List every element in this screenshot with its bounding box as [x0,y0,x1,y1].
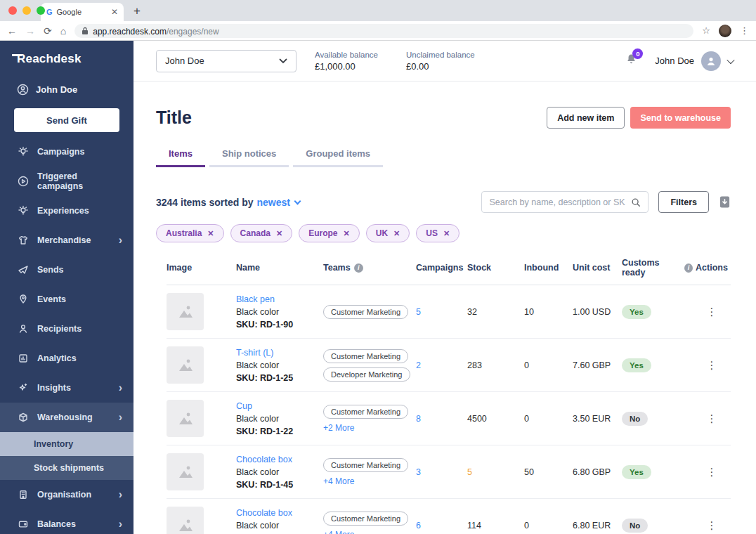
col-teams: Teamsi [323,263,416,273]
chip-remove-icon[interactable]: ✕ [393,229,400,238]
chip-remove-icon[interactable]: ✕ [443,229,450,238]
unit-cost-value: 6.80 EUR [573,521,622,530]
browser-tabstrip: G Google ✕ + [0,0,756,21]
browser-profile-avatar[interactable] [719,25,731,37]
export-download-icon[interactable] [719,195,731,209]
item-image-placeholder [167,346,204,384]
image-icon [176,464,195,480]
app-header: John Doe Available balance £1,000.00 Unc… [133,41,756,82]
user-avatar[interactable] [701,51,721,71]
notifications-count-badge: 0 [632,48,643,59]
send-gift-button[interactable]: Send Gift [14,108,119,132]
sidebar-item-experiences[interactable]: Experiences [0,196,133,226]
chip-uk[interactable]: UK✕ [366,224,410,242]
campaigns-count-link[interactable]: 5 [416,307,467,317]
sidebar-nav: Campaigns Triggered campaigns Experience… [0,137,133,534]
bar-chart-icon [17,353,29,364]
filters-button[interactable]: Filters [658,191,709,213]
campaigns-icon [17,146,29,157]
item-description: Black color [236,307,323,317]
notifications-bell-icon[interactable]: 0 [625,53,638,70]
tab-close-icon[interactable]: ✕ [111,7,118,17]
header-user-name: John Doe [655,56,694,66]
add-new-item-button[interactable]: Add new item [547,107,625,129]
account-select[interactable]: John Doe [156,50,296,72]
team-badge: Customer Marketing [323,405,408,419]
experiences-icon [17,205,29,216]
sidebar-item-analytics[interactable]: Analytics [0,344,133,373]
search-input[interactable] [489,197,625,207]
item-name-link[interactable]: Cup [236,401,323,411]
chip-remove-icon[interactable]: ✕ [344,229,350,238]
item-name-link[interactable]: T-shirt (L) [236,348,323,358]
sidebar-item-organisation[interactable]: Organisation › [0,480,133,509]
sidebar-item-recipients[interactable]: Recipients [0,314,133,344]
chip-canada[interactable]: Canada✕ [230,224,293,242]
sidebar-item-balances[interactable]: Balances › [0,509,133,534]
row-actions-menu-icon[interactable]: ⋮ [707,412,717,424]
more-teams-link[interactable]: +4 More [323,476,354,486]
row-actions-menu-icon[interactable]: ⋮ [707,466,717,478]
teams-info-icon[interactable]: i [354,263,363,273]
campaigns-count-link[interactable]: 3 [416,467,467,477]
browser-menu-icon[interactable]: ⋮ [740,25,749,36]
warehouse-box-icon [17,412,29,423]
more-teams-link[interactable]: +4 More [323,530,354,534]
item-image-placeholder [167,293,204,330]
building-icon [17,489,29,500]
unit-cost-value: 1.00 USD [573,307,622,317]
chip-us[interactable]: US✕ [416,224,460,242]
forward-button[interactable]: → [25,26,35,36]
chip-europe[interactable]: Europe✕ [299,224,360,242]
window-controls[interactable] [8,6,45,15]
sort-dropdown[interactable]: newest [257,197,290,208]
item-name-link[interactable]: Chocolate box [236,455,323,464]
chevron-right-icon: › [119,489,122,500]
play-circle-icon [17,176,29,187]
chip-remove-icon[interactable]: ✕ [207,229,214,238]
sidebar-item-events[interactable]: Events [0,285,133,314]
row-actions-menu-icon[interactable]: ⋮ [707,359,717,371]
tab-items[interactable]: Items [156,148,205,167]
maximize-window-button[interactable] [37,6,45,15]
sort-chevron-down-icon[interactable] [294,197,301,204]
sidebar-item-campaigns[interactable]: Campaigns [0,137,133,167]
sidebar-item-merchandise[interactable]: Merchandise › [0,226,133,255]
campaigns-count-link[interactable]: 2 [416,360,467,370]
back-button[interactable]: ← [7,26,17,36]
tabs: Items Ship notices Grouped items [156,148,731,167]
chevron-right-icon: › [119,412,122,423]
bookmark-star-icon[interactable]: ☆ [702,25,710,36]
sidebar-item-warehousing[interactable]: Warehousing › [0,403,133,432]
customs-ready-badge: No [622,412,648,426]
row-actions-menu-icon[interactable]: ⋮ [707,519,717,531]
sidebar-item-insights[interactable]: Insights › [0,373,133,403]
sidebar-subitem-stock-shipments[interactable]: Stock shipments [0,456,133,480]
sidebar-user[interactable]: John Doe [17,82,133,97]
sidebar-item-triggered-campaigns[interactable]: Triggered campaigns [0,167,133,196]
customs-info-icon[interactable]: i [684,263,693,273]
send-to-warehouse-button[interactable]: Send to warehouse [630,107,731,129]
tab-ship-notices[interactable]: Ship notices [209,148,289,167]
stock-value: 32 [467,307,524,317]
item-name-link[interactable]: Chocolate box [236,508,323,518]
close-window-button[interactable] [8,6,17,15]
browser-tab[interactable]: G Google ✕ [41,3,124,21]
sidebar-item-sends[interactable]: Sends [0,255,133,285]
url-bar[interactable]: app.reachdesk.com/engages/new [74,24,693,38]
minimize-window-button[interactable] [22,6,31,15]
tab-grouped-items[interactable]: Grouped items [293,148,383,167]
home-button[interactable]: ⌂ [60,26,66,36]
chip-remove-icon[interactable]: ✕ [276,229,282,238]
reload-button[interactable]: ⟳ [44,26,52,36]
row-actions-menu-icon[interactable]: ⋮ [707,306,717,318]
new-tab-button[interactable]: + [133,4,141,18]
user-menu-chevron-icon[interactable] [726,56,734,63]
more-teams-link[interactable]: +2 More [323,423,354,433]
chip-australia[interactable]: Australia✕ [156,224,224,242]
campaigns-count-link[interactable]: 6 [416,521,467,530]
item-name-link[interactable]: Black pen [236,294,323,304]
sidebar-subitem-inventory[interactable]: Inventory [0,432,133,456]
campaigns-count-link[interactable]: 8 [416,414,467,424]
google-favicon-icon: G [46,8,53,16]
